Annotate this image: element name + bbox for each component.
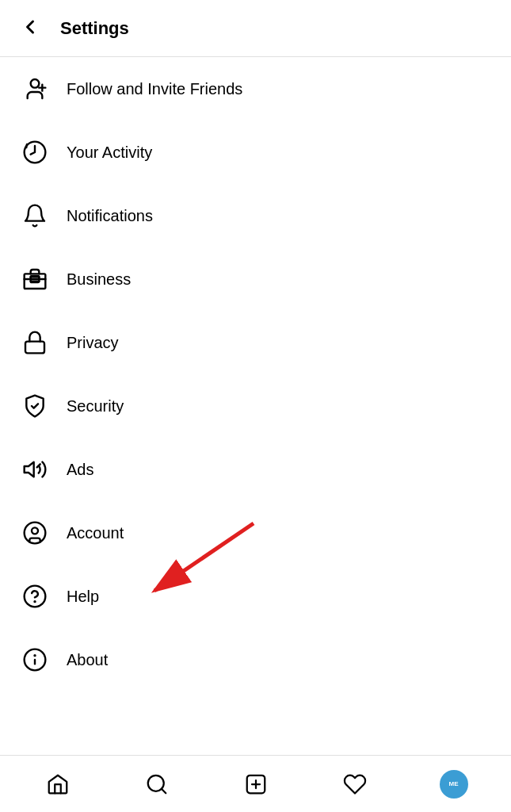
account-icon <box>19 517 51 549</box>
business-icon <box>19 263 51 295</box>
svg-line-22 <box>161 788 165 792</box>
menu-label-ads: Ads <box>67 461 93 479</box>
menu-item-ads[interactable]: Ads <box>0 438 511 501</box>
menu-item-business[interactable]: Business <box>0 247 511 311</box>
heart-icon <box>343 772 367 796</box>
menu-label-security: Security <box>67 397 124 416</box>
add-person-icon <box>19 73 51 105</box>
bottom-navigation: ME <box>0 755 511 812</box>
nav-activity[interactable] <box>330 765 380 803</box>
nav-profile[interactable]: ME <box>429 765 479 803</box>
menu-list: Follow and Invite Friends Your Activity <box>0 57 511 691</box>
menu-label-business: Business <box>67 270 131 289</box>
menu-label-follow-invite: Follow and Invite Friends <box>67 80 242 98</box>
security-icon <box>19 390 51 422</box>
svg-point-12 <box>25 523 46 544</box>
bell-icon <box>19 200 51 232</box>
activity-icon <box>19 136 51 168</box>
menu-label-account: Account <box>67 524 124 542</box>
menu-label-help: Help <box>67 588 99 606</box>
menu-item-about[interactable]: About <box>0 628 511 691</box>
ads-icon <box>19 454 51 485</box>
nav-search[interactable] <box>132 765 182 803</box>
menu-label-about: About <box>67 651 108 669</box>
svg-rect-9 <box>25 342 44 354</box>
svg-point-13 <box>32 527 38 534</box>
svg-point-14 <box>25 586 46 607</box>
menu-item-account[interactable]: Account <box>0 501 511 565</box>
menu-item-privacy[interactable]: Privacy <box>0 311 511 374</box>
privacy-icon <box>19 327 51 358</box>
menu-label-privacy: Privacy <box>67 334 119 352</box>
menu-item-security[interactable]: Security <box>0 374 511 438</box>
nav-new-post[interactable] <box>231 765 281 803</box>
nav-home[interactable] <box>32 765 83 803</box>
menu-label-your-activity: Your Activity <box>67 144 152 162</box>
plus-icon <box>244 772 268 796</box>
home-icon <box>46 772 70 796</box>
menu-item-help[interactable]: Help <box>0 565 511 628</box>
menu-item-your-activity[interactable]: Your Activity <box>0 121 511 184</box>
back-button[interactable] <box>16 13 44 44</box>
help-icon <box>19 580 51 612</box>
page-title: Settings <box>60 18 129 39</box>
svg-marker-10 <box>25 462 34 477</box>
about-icon <box>19 644 51 676</box>
search-icon <box>145 772 169 796</box>
menu-label-notifications: Notifications <box>67 207 153 225</box>
svg-point-0 <box>31 79 40 88</box>
profile-avatar: ME <box>440 770 468 799</box>
menu-item-follow-invite[interactable]: Follow and Invite Friends <box>0 57 511 121</box>
header: Settings <box>0 0 511 57</box>
profile-avatar-initials: ME <box>449 780 459 787</box>
menu-item-notifications[interactable]: Notifications <box>0 184 511 247</box>
settings-menu: Follow and Invite Friends Your Activity <box>0 57 511 755</box>
